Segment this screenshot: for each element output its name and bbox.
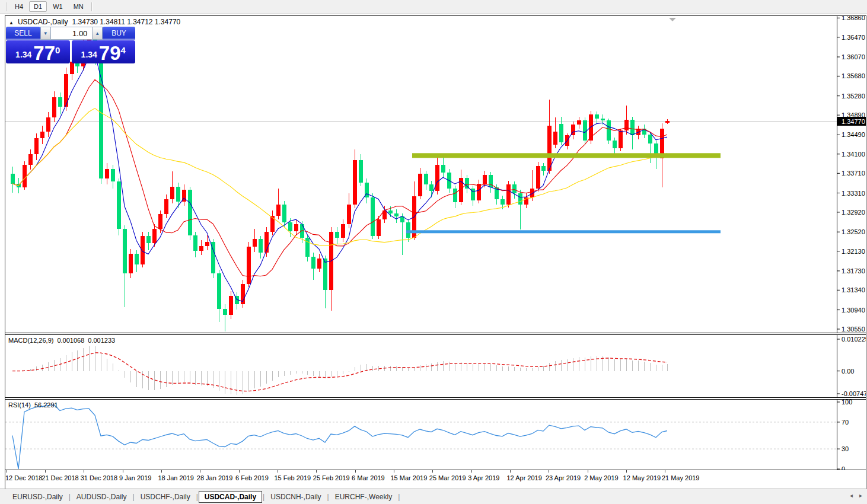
svg-text:1.34100: 1.34100 bbox=[842, 151, 865, 158]
spin-down-icon: ▼ bbox=[43, 31, 48, 36]
tab-separator: | bbox=[263, 493, 264, 501]
tab-usdcnh-daily[interactable]: USDCNH-,Daily bbox=[265, 492, 326, 502]
rsi-axis: 10070300 bbox=[837, 400, 852, 470]
support-line bbox=[406, 230, 721, 233]
timeframe-button-h4[interactable]: H4 bbox=[10, 1, 28, 12]
spin-up-icon: ▲ bbox=[95, 31, 100, 36]
chart-symbol-label: USDCAD-,Daily bbox=[18, 18, 68, 26]
svg-text:6 Mar 2019: 6 Mar 2019 bbox=[352, 474, 385, 481]
svg-text:12 Apr 2019: 12 Apr 2019 bbox=[507, 474, 542, 481]
svg-text:100: 100 bbox=[842, 400, 852, 406]
svg-text:1.36070: 1.36070 bbox=[842, 53, 865, 60]
tab-separator: | bbox=[196, 493, 198, 501]
chart-shift-marker bbox=[669, 18, 676, 21]
toolbar-separator bbox=[91, 2, 93, 11]
chart-window: 1.368601.364701.360701.356801.352801.348… bbox=[5, 15, 866, 489]
toolbar-separator bbox=[6, 2, 7, 11]
svg-text:25 Feb 2019: 25 Feb 2019 bbox=[313, 474, 350, 481]
date-labels: 12 Dec 201821 Dec 201831 Dec 20189 Jan 2… bbox=[5, 470, 700, 481]
chart-ohlc-values: 1.34730 1.34811 1.34712 1.34770 bbox=[72, 18, 181, 26]
macd-value-main: 0.001068 bbox=[57, 337, 84, 344]
tab-separator: | bbox=[69, 493, 71, 501]
one-click-trading-panel: SELL ▼ 1.00 ▲ BUY 1.34 77 0 1.34 79 4 bbox=[6, 27, 135, 63]
ma-fast-line bbox=[12, 54, 667, 302]
rsi-label: RSI(14) bbox=[8, 401, 31, 409]
svg-text:1.30550: 1.30550 bbox=[842, 326, 865, 333]
tab-scroll-controls: ◂ ▸ bbox=[850, 492, 862, 499]
svg-text:28 Jan 2019: 28 Jan 2019 bbox=[197, 474, 233, 481]
macd-label: MACD(12,26,9) bbox=[8, 337, 53, 344]
sell-price-box[interactable]: 1.34 77 0 bbox=[6, 40, 70, 63]
svg-text:1.33710: 1.33710 bbox=[842, 170, 865, 177]
svg-text:2 May 2019: 2 May 2019 bbox=[584, 474, 618, 481]
chart-tab-bar: EURUSD-,Daily|AUDUSD-,Daily|USDCHF-,Dail… bbox=[0, 489, 867, 504]
timeframe-toolbar: H4D1W1MN bbox=[0, 0, 867, 14]
price-axis: 1.368601.364701.360701.356801.352801.348… bbox=[837, 16, 866, 333]
svg-text:1.35280: 1.35280 bbox=[842, 92, 865, 100]
svg-text:1.34490: 1.34490 bbox=[842, 131, 865, 138]
timeframe-button-d1[interactable]: D1 bbox=[29, 1, 47, 12]
svg-text:30: 30 bbox=[842, 445, 849, 452]
sell-price-prefix: 1.34 bbox=[15, 50, 31, 59]
svg-text:12 Dec 2018: 12 Dec 2018 bbox=[5, 474, 42, 481]
svg-text:1.31730: 1.31730 bbox=[842, 267, 865, 275]
svg-text:1.31340: 1.31340 bbox=[842, 286, 865, 294]
rsi-indicator-panel[interactable]: 10070300 RSI(14) 56.2291 bbox=[5, 400, 866, 470]
tab-usdcad-daily[interactable]: USDCAD-,Daily bbox=[199, 491, 262, 503]
svg-text:25 Mar 2019: 25 Mar 2019 bbox=[429, 474, 466, 481]
buy-button[interactable]: BUY bbox=[103, 27, 135, 40]
chart-title: ▲ USDCAD-,Daily 1.34730 1.34811 1.34712 … bbox=[9, 18, 180, 26]
svg-text:1.34770: 1.34770 bbox=[842, 118, 865, 125]
sell-button[interactable]: SELL bbox=[6, 27, 40, 40]
rsi-value: 56.2291 bbox=[34, 401, 58, 409]
ma-mid-line bbox=[12, 79, 667, 276]
collapse-triangle-icon[interactable]: ▲ bbox=[9, 20, 14, 25]
rsi-label-row: RSI(14) 56.2291 bbox=[8, 401, 58, 409]
timeframe-button-w1[interactable]: W1 bbox=[48, 1, 68, 12]
timeframe-button-mn[interactable]: MN bbox=[69, 1, 88, 12]
resistance-line bbox=[412, 153, 721, 158]
macd-histogram bbox=[13, 346, 668, 395]
buy-price-prefix: 1.34 bbox=[81, 50, 97, 59]
svg-text:9 Jan 2019: 9 Jan 2019 bbox=[119, 474, 151, 481]
svg-text:6 Feb 2019: 6 Feb 2019 bbox=[235, 474, 269, 481]
tab-separator: | bbox=[398, 493, 400, 501]
ma-slow-line bbox=[12, 109, 667, 246]
tab-audusd-daily[interactable]: AUDUSD-,Daily bbox=[71, 492, 132, 502]
tab-scroll-right-icon[interactable]: ▸ bbox=[859, 492, 862, 499]
svg-text:15 Feb 2019: 15 Feb 2019 bbox=[274, 474, 311, 481]
svg-text:70: 70 bbox=[842, 419, 849, 426]
rsi-canvas[interactable]: 10070300 bbox=[5, 400, 866, 470]
macd-label-row: MACD(12,26,9) 0.001068 0.001233 bbox=[8, 337, 115, 344]
svg-text:1.32520: 1.32520 bbox=[842, 228, 865, 235]
svg-text:23 Apr 2019: 23 Apr 2019 bbox=[546, 474, 581, 481]
sell-price-big: 77 bbox=[33, 44, 55, 63]
tab-separator: | bbox=[327, 493, 329, 501]
date-axis[interactable]: 12 Dec 201821 Dec 201831 Dec 20189 Jan 2… bbox=[5, 470, 866, 487]
volume-decrease-button[interactable]: ▼ bbox=[40, 27, 51, 40]
svg-text:1.35680: 1.35680 bbox=[842, 72, 865, 79]
macd-canvas[interactable]: 0.0102290.00-0.007477 bbox=[5, 335, 866, 397]
svg-text:1.33310: 1.33310 bbox=[842, 190, 865, 197]
macd-indicator-panel[interactable]: 0.0102290.00-0.007477 MACD(12,26,9) 0.00… bbox=[5, 335, 866, 397]
tab-eurchf-weekly[interactable]: EURCHF-,Weekly bbox=[330, 492, 397, 502]
volume-increase-button[interactable]: ▲ bbox=[92, 27, 103, 40]
rsi-line bbox=[12, 405, 667, 469]
volume-input[interactable]: 1.00 bbox=[51, 27, 93, 40]
tab-usdchf-daily[interactable]: USDCHF-,Daily bbox=[135, 492, 196, 502]
price-chart-panel[interactable]: 1.368601.364701.360701.356801.352801.348… bbox=[5, 16, 866, 333]
main-chart-canvas[interactable]: 1.368601.364701.360701.356801.352801.348… bbox=[5, 16, 866, 333]
svg-text:31 Dec 2018: 31 Dec 2018 bbox=[81, 474, 117, 481]
svg-text:12 May 2019: 12 May 2019 bbox=[623, 474, 661, 481]
buy-price-box[interactable]: 1.34 79 4 bbox=[72, 40, 136, 63]
svg-text:0.00: 0.00 bbox=[842, 368, 854, 375]
tab-eurusd-daily[interactable]: EURUSD-,Daily bbox=[7, 492, 68, 502]
svg-text:1.36470: 1.36470 bbox=[842, 34, 865, 41]
sell-price-sup: 0 bbox=[55, 45, 60, 55]
svg-text:1.36860: 1.36860 bbox=[842, 16, 865, 21]
buy-price-sup: 4 bbox=[121, 45, 126, 55]
svg-text:18 Jan 2019: 18 Jan 2019 bbox=[158, 474, 194, 481]
buy-price-big: 79 bbox=[99, 44, 121, 63]
tab-scroll-left-icon[interactable]: ◂ bbox=[850, 492, 853, 499]
svg-text:3 Apr 2019: 3 Apr 2019 bbox=[468, 474, 499, 481]
